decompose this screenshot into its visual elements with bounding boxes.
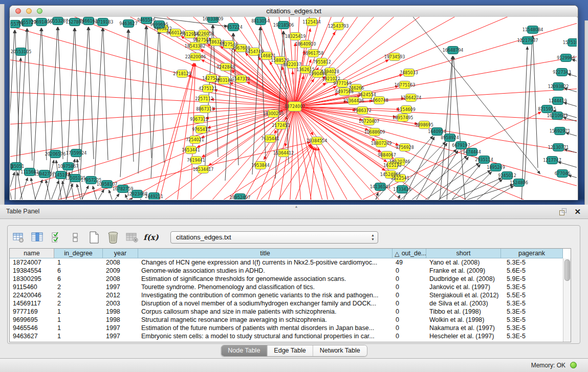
- graph-node-label: 1653441: [182, 148, 200, 152]
- table-cell: 6: [54, 275, 103, 283]
- graph-edge: [310, 147, 316, 200]
- vertical-scrollbar[interactable]: [563, 258, 571, 342]
- graph-edge: [46, 180, 51, 200]
- graph-edge: [112, 194, 119, 200]
- graph-node-label: 17359924: [66, 151, 87, 156]
- table-cell: Structural magnetic resonance image aver…: [138, 316, 393, 324]
- scrollbar-thumb[interactable]: [564, 259, 570, 281]
- table-cell: 5.9E-5: [501, 275, 563, 283]
- tab-node-table[interactable]: Node Table: [221, 345, 267, 356]
- table-cell: Franke et al. (2009): [426, 267, 501, 275]
- dropdown-stepper-icon: ▲▼: [371, 233, 375, 242]
- column-header-year[interactable]: year: [103, 249, 138, 258]
- graph-node-label: 8958924: [441, 136, 459, 140]
- graph-node-label: 9463627: [119, 21, 138, 26]
- table-row[interactable]: 977716911998Corpus callosum shape and si…: [10, 308, 563, 316]
- table-selector-value: citations_edges.txt: [176, 233, 231, 241]
- splitter-grip[interactable]: ▲: [294, 205, 299, 208]
- graph-edge: [75, 28, 80, 160]
- table-cell: 0: [393, 283, 426, 291]
- table-row[interactable]: 1938455462009Genome-wide association stu…: [10, 267, 563, 275]
- graph-node-label: 2718129: [173, 72, 191, 76]
- graph-edge: [27, 29, 32, 161]
- table-row[interactable]: 1872400712008Changes of HCN gene express…: [10, 258, 563, 267]
- graph-node-label: 7955812: [313, 60, 331, 64]
- table-cell: Changes of HCN gene expression and I(f) …: [138, 258, 393, 267]
- graph-edge: [33, 28, 41, 176]
- table-row[interactable]: 2242004622012Investigating the contribut…: [10, 291, 563, 299]
- table-row[interactable]: 946362711997Embryonic stem cells: a mode…: [10, 332, 563, 340]
- graph-node-label: 1953844: [251, 163, 270, 168]
- tab-edge-table[interactable]: Edge Table: [267, 345, 313, 356]
- table-row[interactable]: 969969511998Structural magnetic resonanc…: [10, 316, 563, 324]
- graph-node-label: 9242848: [216, 65, 235, 70]
- table-cell: 18724007: [10, 258, 54, 267]
- delete-table-icon[interactable]: [125, 231, 139, 244]
- graph-node-label: 8867311: [196, 107, 214, 112]
- graph-edge: [295, 106, 577, 145]
- close-panel-icon[interactable]: ✕: [574, 207, 581, 216]
- tab-network-table[interactable]: Network Table: [313, 345, 367, 356]
- function-builder-icon[interactable]: f(x): [144, 231, 158, 244]
- network-canvas[interactable]: 7463822866012859129541822605898275088186…: [10, 17, 577, 200]
- graph-node-label: 435051: [10, 164, 24, 169]
- column-header-short[interactable]: short: [426, 249, 501, 258]
- graph-node-label: 1125434: [302, 20, 321, 25]
- desktop-left-edge: [0, 4, 5, 205]
- column-header-pagerank[interactable]: pagerank: [501, 249, 563, 258]
- graph-node-label: 6679197: [452, 143, 470, 148]
- table-row[interactable]: 911546021997Tourette syndrome. Phenomeno…: [10, 283, 563, 291]
- graph-node-label: 1640954: [428, 129, 446, 134]
- table-settings-icon[interactable]: [12, 231, 25, 244]
- table-cell: 5.3E-5: [501, 316, 563, 324]
- graph-node-label: 4275121: [199, 86, 217, 91]
- graph-node-label: 9474444: [463, 150, 481, 155]
- table-selector-dropdown[interactable]: citations_edges.txt ▲▼: [170, 231, 378, 244]
- column-header-name[interactable]: name: [10, 249, 54, 258]
- table-row[interactable]: 1830029562008Estimation of significance …: [10, 275, 563, 283]
- table-row[interactable]: 1456911722003Disruption of a novel membe…: [10, 299, 563, 308]
- graph-node-label: 7619441: [187, 158, 205, 163]
- graph-node-label: 7485033: [400, 71, 418, 75]
- show-hide-columns-icon[interactable]: [31, 231, 44, 244]
- desktop-right-edge: [584, 20, 588, 205]
- table-row[interactable]: 946554611997Estimation of the future num…: [10, 324, 563, 332]
- table-panel-container: f(x) citations_edges.txt ▲▼ name in_degr…: [7, 225, 580, 344]
- graph-node-label: 9227343: [553, 70, 571, 75]
- graph-node-label: 18543382: [185, 44, 206, 49]
- memory-status-label: Memory: OK: [531, 362, 565, 369]
- graph-node-label: 16961758: [303, 51, 324, 56]
- new-document-icon[interactable]: [88, 231, 101, 244]
- delete-rows-trash-icon[interactable]: [106, 231, 120, 244]
- table-cell: 2: [54, 299, 103, 308]
- network-window-titlebar[interactable]: citations_edges.txt: [10, 6, 578, 17]
- graph-node-label: 12217987: [517, 38, 538, 43]
- graph-node-label: 9898695: [415, 123, 433, 127]
- column-header-title[interactable]: title: [138, 249, 393, 258]
- graph-node-label: 12130771: [548, 145, 569, 150]
- graph-node-label: 9245012: [498, 173, 516, 178]
- column-header-in-degree[interactable]: in_degree: [54, 249, 103, 258]
- float-panel-icon[interactable]: [559, 208, 567, 215]
- graph-node-label: 15692971: [550, 129, 571, 134]
- graph-edge: [566, 133, 577, 142]
- graph-edge: [159, 31, 164, 163]
- graph-node-label: 9367312: [190, 117, 208, 122]
- table-cell: 19384554: [10, 267, 54, 275]
- graph-node-label: 9884067: [378, 153, 396, 158]
- graph-node-label: 1427512: [202, 76, 221, 81]
- split-panel-icon[interactable]: [69, 231, 82, 244]
- graph-node-label: 11064274: [401, 96, 422, 100]
- graph-node-label: 9146821: [257, 54, 276, 58]
- graph-edge: [89, 27, 94, 159]
- network-view[interactable]: 7463822866012859129541822605898275088186…: [10, 17, 577, 200]
- table-cell: Dudbridge et al. (2008): [426, 275, 501, 283]
- table-cell: 0: [393, 332, 426, 340]
- table-cell: 1998: [103, 308, 138, 316]
- select-rows-icon[interactable]: [50, 231, 63, 244]
- table-cell: Tibbo et al. (1998): [426, 308, 501, 316]
- table-cell: 14569117: [10, 299, 54, 308]
- column-header-out-degree[interactable]: △ out_de...: [393, 249, 426, 258]
- graph-edge: [572, 59, 577, 69]
- application-window: citations_edges.txt 74638228660128591295…: [0, 0, 588, 372]
